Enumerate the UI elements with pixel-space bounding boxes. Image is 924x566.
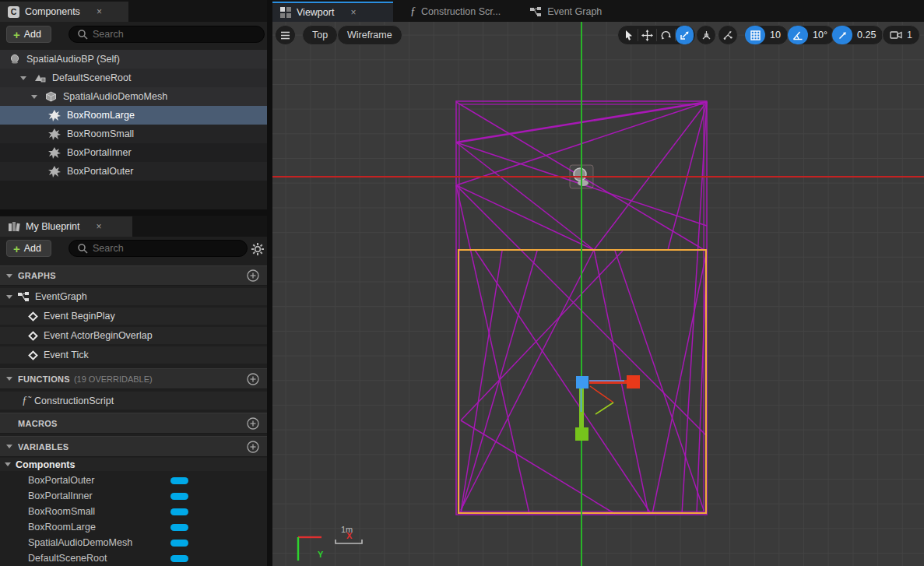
add-variable-icon[interactable] [247,441,259,453]
scale-snap-value[interactable]: 0.25 [852,30,883,40]
macros-section-header[interactable]: MACROS [0,413,267,434]
collapse-arrow-icon[interactable] [6,377,12,381]
box-collision-icon [48,166,61,178]
plus-icon: + [13,29,20,40]
close-icon[interactable]: × [350,7,356,18]
tab-construction-script[interactable]: ƒ Construction Scr... [402,2,508,22]
coordinate-space-button[interactable] [696,25,716,45]
add-macro-icon[interactable] [247,417,259,430]
tree-row-spatialaudiodemomesh[interactable]: SpatialAudioDemoMesh [0,87,267,106]
add-graph-icon[interactable] [247,269,259,282]
expand-arrow-icon[interactable] [20,76,26,80]
render-mode-button[interactable]: Wireframe [337,25,402,45]
collapse-arrow-icon[interactable] [6,274,12,278]
event-tick-row[interactable]: Event Tick [0,346,267,364]
grid-snap-value[interactable]: 10 [765,30,788,40]
camera-speed-group[interactable]: 1 [882,25,920,45]
view-mode-button[interactable]: Top [302,25,338,45]
rotation-snap-toggle[interactable] [788,26,808,44]
tab-event-graph[interactable]: Event Graph [522,2,610,22]
blueprint-editor-window: C Components × + Add SpatialAudioBP (Sel… [0,0,924,566]
variable-row[interactable]: BoxPortalInner [0,488,267,504]
dock-splitter[interactable] [267,0,272,566]
expand-arrow-icon[interactable] [31,95,37,99]
variable-row[interactable]: BoxRoomLarge [0,519,267,535]
tree-row-spatialaudiobp[interactable]: SpatialAudioBP (Self) [0,50,267,69]
add-component-label: Add [24,29,41,40]
variable-type-pill[interactable] [170,493,188,500]
tab-components[interactable]: C Components × [0,2,128,22]
add-blueprint-item-label: Add [24,243,41,254]
variable-row[interactable]: BoxPortalOuter [0,473,267,488]
construction-script-icon: ƒ [410,5,416,18]
eventgraph-row[interactable]: EventGraph [0,288,267,305]
variables-section-header[interactable]: VARIABLES [0,436,267,457]
constructionscript-row[interactable]: ƒ̃ ConstructionScript [0,392,267,410]
actor-capsule-icon [9,54,20,65]
tree-label: SpatialAudioDemoMesh [63,91,167,102]
tree-row-boxportalinner[interactable]: BoxPortalInner [0,143,267,162]
variables-category-components[interactable]: Components [0,458,267,471]
search-icon [77,29,88,40]
event-graph-icon [530,7,542,17]
scale-tool-button[interactable] [676,26,694,44]
tree-label: BoxPortalInner [67,147,132,158]
event-actorbeginoverlap-row[interactable]: Event ActorBeginOverlap [0,327,267,344]
expand-arrow-icon[interactable] [6,295,12,299]
functions-section-header[interactable]: FUNCTIONS (19 OVERRIDABLE) [0,368,267,389]
variable-type-pill[interactable] [170,524,188,531]
variable-type-pill[interactable] [170,555,188,562]
viewport-canvas[interactable]: Top Wireframe 10 10° [272,22,924,566]
event-diamond-icon [28,350,38,360]
surface-snapping-button[interactable] [718,25,738,45]
close-icon[interactable]: × [96,221,101,232]
gear-icon[interactable] [251,242,265,256]
scene-root-icon [34,72,46,83]
tab-my-blueprint[interactable]: My Blueprint × [0,216,132,237]
diagonal-arrow-icon [838,30,848,40]
variable-type-pill[interactable] [170,540,188,547]
tree-row-defaultsceneroot[interactable]: DefaultSceneRoot [0,69,267,87]
variable-label: BoxPortalInner [28,490,93,501]
scale-snap-group: 0.25 [831,25,884,45]
graphs-header-label: GRAPHS [18,271,56,280]
rotate-tool-button[interactable] [657,26,675,44]
category-label: Components [16,459,75,470]
close-icon[interactable]: × [97,6,102,17]
myblueprint-search[interactable] [69,240,248,257]
tree-label: BoxRoomSmall [67,128,134,139]
myblueprint-search-input[interactable] [93,243,239,254]
tree-row-boxroomlarge[interactable]: BoxRoomLarge [0,106,267,125]
transform-tools-group [617,25,696,45]
gizmo-x-handle [627,375,640,388]
variable-label: BoxRoomLarge [28,522,96,533]
viewport-options-button[interactable] [275,25,296,45]
components-search-input[interactable] [93,29,256,40]
box-collision-icon [48,128,61,140]
add-blueprint-item-button[interactable]: + Add [6,240,51,257]
collapse-arrow-icon[interactable] [6,445,12,448]
tab-viewport[interactable]: Viewport × [272,2,393,22]
grid-snap-toggle[interactable] [745,26,765,44]
variable-type-pill[interactable] [170,477,188,484]
move-tool-button[interactable] [638,26,656,44]
view-mode-label: Top [312,30,328,40]
event-beginplay-row[interactable]: Event BeginPlay [0,308,267,325]
rotation-snap-value[interactable]: 10° [808,30,834,40]
select-tool-button[interactable] [620,26,638,44]
add-component-button[interactable]: + Add [6,26,51,43]
collapse-arrow-icon[interactable] [5,462,11,466]
scale-snap-toggle[interactable] [832,26,852,44]
variable-type-pill[interactable] [170,508,188,515]
event-diamond-icon [28,331,38,341]
variable-row[interactable]: DefaultSceneRoot [0,550,267,566]
variable-row[interactable]: BoxRoomSmall [0,504,267,519]
panel-splitter[interactable] [0,209,267,216]
left-dock: C Components × + Add SpatialAudioBP (Sel… [0,0,267,566]
tree-row-boxroomsmall[interactable]: BoxRoomSmall [0,125,267,143]
variable-row[interactable]: SpatialAudioDemoMesh [0,535,267,550]
graphs-section-header[interactable]: GRAPHS [0,265,267,286]
tree-row-boxportalouter[interactable]: BoxPortalOuter [0,162,267,181]
add-function-icon[interactable] [247,373,259,385]
components-search[interactable] [69,26,265,43]
